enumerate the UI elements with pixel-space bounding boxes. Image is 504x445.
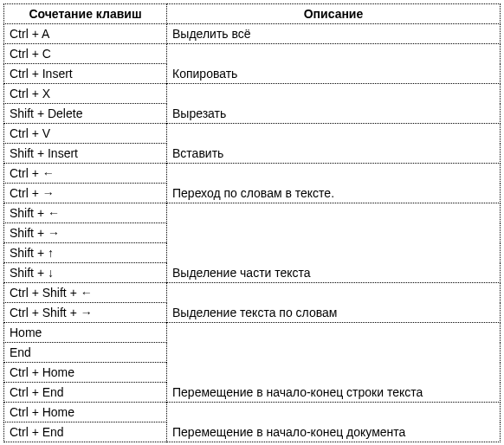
- cell-shortcut: Ctrl + Home: [4, 363, 167, 383]
- cell-shortcut: Ctrl + End: [4, 383, 167, 403]
- table-row: Ctrl + AВыделить всё: [4, 24, 501, 44]
- table-row: Ctrl + ←Переход по словам в тексте.: [4, 164, 501, 184]
- table-row: Ctrl + XВырезать: [4, 84, 501, 104]
- table-row: Shift + ←Выделение части текста: [4, 203, 501, 223]
- cell-shortcut: Shift + →: [4, 223, 167, 243]
- cell-description: Вырезать: [167, 84, 501, 124]
- cell-shortcut: Ctrl + Home: [4, 403, 167, 422]
- table-row: HomeПеремещение в начало-конец строки те…: [4, 323, 501, 343]
- cell-description: Копировать: [167, 44, 501, 84]
- cell-description: Переход по словам в тексте.: [167, 164, 501, 203]
- cell-description: Перемещение в начало-конец документа: [167, 403, 501, 442]
- shortcuts-table: Сочетание клавиш Описание Ctrl + AВыдели…: [3, 3, 501, 442]
- table-row: Ctrl + Shift + ←Выделение текста по слов…: [4, 283, 501, 303]
- cell-shortcut: Shift + ←: [4, 203, 167, 223]
- table-header-row: Сочетание клавиш Описание: [4, 4, 501, 24]
- cell-shortcut: End: [4, 343, 167, 363]
- cell-shortcut: Ctrl + Shift + ←: [4, 283, 167, 303]
- cell-shortcut: Home: [4, 323, 167, 343]
- cell-description: Выделить всё: [167, 24, 501, 44]
- header-description: Описание: [167, 4, 501, 24]
- cell-shortcut: Ctrl + A: [4, 24, 167, 44]
- cell-shortcut: Ctrl + C: [4, 44, 167, 64]
- cell-description: Выделение части текста: [167, 203, 501, 283]
- cell-shortcut: Shift + Delete: [4, 104, 167, 124]
- cell-shortcut: Shift + Insert: [4, 144, 167, 164]
- table-row: Ctrl + VВставить: [4, 124, 501, 144]
- cell-shortcut: Shift + ↑: [4, 243, 167, 263]
- cell-description: Перемещение в начало-конец строки текста: [167, 323, 501, 403]
- header-shortcut: Сочетание клавиш: [4, 4, 167, 24]
- table-row: Ctrl + HomeПеремещение в начало-конец до…: [4, 403, 501, 422]
- cell-description: Вставить: [167, 124, 501, 164]
- table-row: Ctrl + CКопировать: [4, 44, 501, 64]
- cell-shortcut: Ctrl + Shift + →: [4, 303, 167, 323]
- cell-description: Выделение текста по словам: [167, 283, 501, 323]
- cell-shortcut: Ctrl + V: [4, 124, 167, 144]
- cell-shortcut: Ctrl + ←: [4, 164, 167, 184]
- cell-shortcut: Ctrl + →: [4, 184, 167, 203]
- cell-shortcut: Shift + ↓: [4, 263, 167, 283]
- cell-shortcut: Ctrl + X: [4, 84, 167, 104]
- cell-shortcut: Ctrl + End: [4, 422, 167, 442]
- cell-shortcut: Ctrl + Insert: [4, 64, 167, 84]
